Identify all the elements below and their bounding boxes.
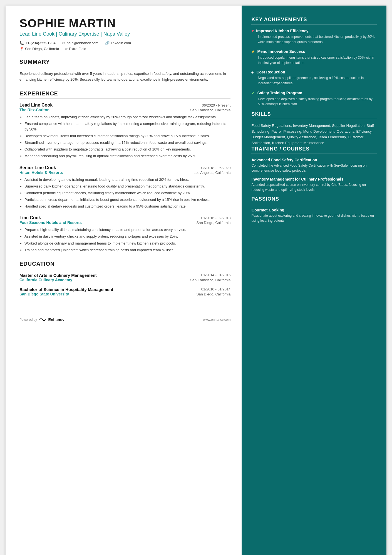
footer: Powered by Enhancv www.enhancv.com [19,313,230,322]
heart-icon: ♥ [251,28,254,33]
phone-icon: 📞 [19,41,24,45]
bullet-item: Assisted in daily inventory checks and s… [24,234,230,239]
footer-website: www.enhancv.com [203,318,230,322]
phone-number: +1-(234)-555-1234 [25,41,56,45]
header-section: SOPHIE MARTIN Lead Line Cook | Culinary … [19,17,230,51]
extra-text: Extra Field [69,47,86,51]
bullet-item: Supervised daily kitchen operations, ens… [24,184,230,189]
education-title: EDUCATION [19,261,230,267]
city-text: San Diego, California [25,47,59,51]
achievement-desc-3: Negotiated new supplier agreements, achi… [251,75,377,86]
exp-item-3: Line Cook 01/2016 - 02/2018 Four Seasons… [19,215,230,253]
training-section: TRAINING / COURSES Advanced Food Safety … [251,146,377,192]
achievement-desc-1: Implemented process improvements that bo… [251,34,377,45]
edu-location-2: San Diego, California [197,292,231,296]
achievement-title-4: Safety Training Program [257,91,302,95]
exp-dates-1: 06/2020 - Present [202,103,230,107]
bullet-item: Conducted periodic equipment checks, fac… [24,190,230,196]
key-achievements-title: KEY ACHIEVEMENTS [251,17,377,23]
exp-location-3: San Diego, California [197,221,231,225]
footer-brand: Powered by Enhancv [19,317,64,322]
exp-title-1: Lead Line Cook [19,103,53,108]
edu-location-1: San Francisco, California [190,278,230,282]
training-item-1: Advanced Food Safety Certification Compl… [251,158,377,173]
bullet-item: Ensured compliance with health and safet… [24,121,230,132]
exp-company-2: Hilton Hotels & Resorts [19,170,63,175]
passions-section: PASSIONS Gourmet Cooking Passionate abou… [251,196,377,223]
exp-dates-3: 01/2016 - 02/2018 [201,216,231,220]
key-achievements-section: KEY ACHIEVEMENTS ♥ Improved Kitchen Effi… [251,17,377,107]
exp-dates-2: 03/2018 - 05/2020 [201,166,231,170]
exp-location-1: San Francisco, California [190,108,230,112]
powered-by-text: Powered by [19,318,37,322]
passion-desc-1: Passionate about exploring and creating … [251,213,377,223]
edu-school-1: California Culinary Academy [19,278,72,282]
location-contact: 📍 San Diego, California [19,47,59,51]
bullet-item: Participated in cross-departmental initi… [24,197,230,203]
achievements-divider [251,24,377,24]
edu-item-1: Master of Arts in Culinary Management 01… [19,273,230,282]
bullet-item: Trained and mentored junior staff, which… [24,247,230,253]
training-item-2: Inventory Management for Culinary Profes… [251,177,377,192]
achievement-3: ◈ Cost Reduction Negotiated new supplier… [251,70,377,86]
exp-item-1: Lead Line Cook 06/2020 - Present The Rit… [19,103,230,159]
achievement-title-1: Improved Kitchen Efficiency [256,29,308,33]
exp-company-1: The Ritz-Carlton [19,108,49,112]
linkedin-url: linkedin.com [111,41,131,45]
bullet-item: Assisted in developing a new training ma… [24,177,230,182]
summary-divider [19,67,230,67]
experience-section: EXPERIENCE Lead Line Cook 06/2020 - Pres… [19,90,230,253]
achievement-4: ✔ Safety Training Program Developed and … [251,90,377,107]
summary-text: Experienced culinary professional with o… [19,71,230,83]
exp-item-2: Senior Line Cook 03/2018 - 05/2020 Hilto… [19,165,230,209]
contact-info: 📞 +1-(234)-555-1234 ✉ help@enhancv.com 🔗… [19,41,230,45]
edu-item-2: Bachelor of Science in Hospitality Manag… [19,287,230,296]
summary-section: SUMMARY Experienced culinary professiona… [19,59,230,83]
achievement-title-3: Cost Reduction [256,70,285,74]
training-title-2: Inventory Management for Culinary Profes… [251,177,377,181]
address-row: 📍 San Diego, California ☆ Extra Field [19,47,230,51]
linkedin-contact[interactable]: 🔗 linkedin.com [105,41,131,45]
bullet-item: Prepared high-quality dishes, maintainin… [24,227,230,233]
skills-title: SKILLS [251,111,377,117]
experience-title: EXPERIENCE [19,90,230,97]
location-icon: 📍 [19,47,24,51]
achievement-desc-4: Developed and deployed a safety training… [251,97,377,107]
training-desc-2: Attended a specialized course on invento… [251,182,377,192]
skills-section: SKILLS Food Safety Regulations, Inventor… [251,111,377,146]
bullet-item: Led a team of 8 chefs, improving kitchen… [24,114,230,120]
exp-bullets-2: Assisted in developing a new training ma… [19,177,230,209]
candidate-subtitle: Lead Line Cook | Culinary Expertise | Na… [19,31,230,37]
edu-school-2: San Diego State University [19,292,69,296]
skills-divider [251,119,377,119]
bullet-item: Developed new menu items that increased … [24,133,230,139]
brand-name: Enhancv [48,317,64,322]
achievement-2: ★ Menu Innovation Success Introduced pop… [251,49,377,65]
passion-title-1: Gourmet Cooking [251,208,377,212]
bullet-item: Managed scheduling and payroll, resultin… [24,153,230,159]
email-address: help@enhancv.com [67,41,98,45]
extra-field: ☆ Extra Field [64,47,86,51]
training-desc-1: Completed the Advanced Food Safety Certi… [251,163,377,173]
experience-divider [19,98,230,99]
exp-title-2: Senior Line Cook [19,165,56,170]
achievement-desc-2: Introduced popular menu items that raise… [251,55,377,65]
exp-location-2: Los Angeles, California [193,171,230,175]
passions-divider [251,204,377,204]
exp-bullets-3: Prepared high-quality dishes, maintainin… [19,227,230,253]
education-divider [19,269,230,269]
diamond-icon: ◈ [251,70,254,74]
link-icon: 🔗 [105,41,110,45]
edu-dates-1: 01/2014 - 01/2016 [201,273,231,278]
exp-bullets-1: Led a team of 8 chefs, improving kitchen… [19,114,230,159]
summary-title: SUMMARY [19,59,230,65]
phone-contact: 📞 +1-(234)-555-1234 [19,41,56,45]
checkmark-icon: ✔ [251,90,255,95]
exp-title-3: Line Cook [19,215,41,220]
candidate-name: SOPHIE MARTIN [19,17,230,30]
edu-degree-2: Bachelor of Science in Hospitality Manag… [19,287,113,292]
enhancv-logo-icon [39,317,46,322]
education-section: EDUCATION Master of Arts in Culinary Man… [19,261,230,296]
email-contact: ✉ help@enhancv.com [62,41,98,45]
email-icon: ✉ [62,41,65,45]
